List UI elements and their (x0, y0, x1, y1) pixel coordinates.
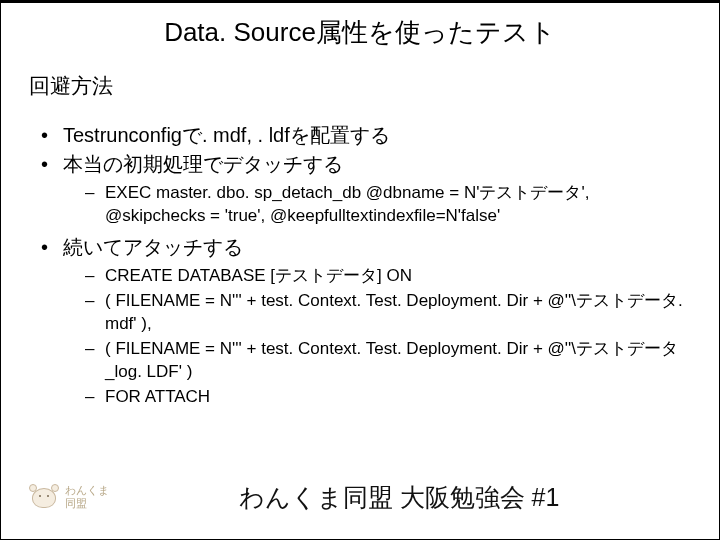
bullet-item: 本当の初期処理でデタッチする EXEC master. dbo. sp_deta… (39, 151, 691, 228)
sub-bullet-item: EXEC master. dbo. sp_detach_db @dbname =… (85, 182, 691, 228)
sub-bullet-item: FOR ATTACH (85, 386, 691, 409)
bullet-text: 続いてアタッチする (63, 236, 243, 258)
logo-text: わんくま 同盟 (65, 484, 109, 510)
slide-footer: わんくま 同盟 わんくま同盟 大阪勉強会 #1 (1, 473, 719, 521)
logo-line-2: 同盟 (65, 497, 109, 510)
bullet-item: 続いてアタッチする CREATE DATABASE [テストデータ] ON ( … (39, 234, 691, 409)
bear-icon (29, 484, 59, 510)
sub-bullet-item: ( FILENAME = N''' + test. Context. Test.… (85, 290, 691, 336)
slide-subtitle: 回避方法 (29, 72, 691, 100)
slide-body: Data. Source属性を使ったテスト 回避方法 Testrunconfig… (1, 1, 719, 409)
sub-bullet-list: CREATE DATABASE [テストデータ] ON ( FILENAME =… (63, 265, 691, 409)
logo-line-1: わんくま (65, 484, 109, 497)
bullet-text: Testrunconfigで. mdf, . ldfを配置する (63, 124, 390, 146)
sub-bullet-item: CREATE DATABASE [テストデータ] ON (85, 265, 691, 288)
footer-logo: わんくま 同盟 (29, 477, 139, 517)
footer-title: わんくま同盟 大阪勉強会 #1 (139, 481, 719, 514)
bullet-text: 本当の初期処理でデタッチする (63, 153, 343, 175)
sub-bullet-item: ( FILENAME = N''' + test. Context. Test.… (85, 338, 691, 384)
bullet-item: Testrunconfigで. mdf, . ldfを配置する (39, 122, 691, 149)
slide-top-border (1, 1, 719, 3)
bullet-list: Testrunconfigで. mdf, . ldfを配置する 本当の初期処理で… (29, 122, 691, 409)
slide-title: Data. Source属性を使ったテスト (29, 15, 691, 50)
sub-bullet-list: EXEC master. dbo. sp_detach_db @dbname =… (63, 182, 691, 228)
